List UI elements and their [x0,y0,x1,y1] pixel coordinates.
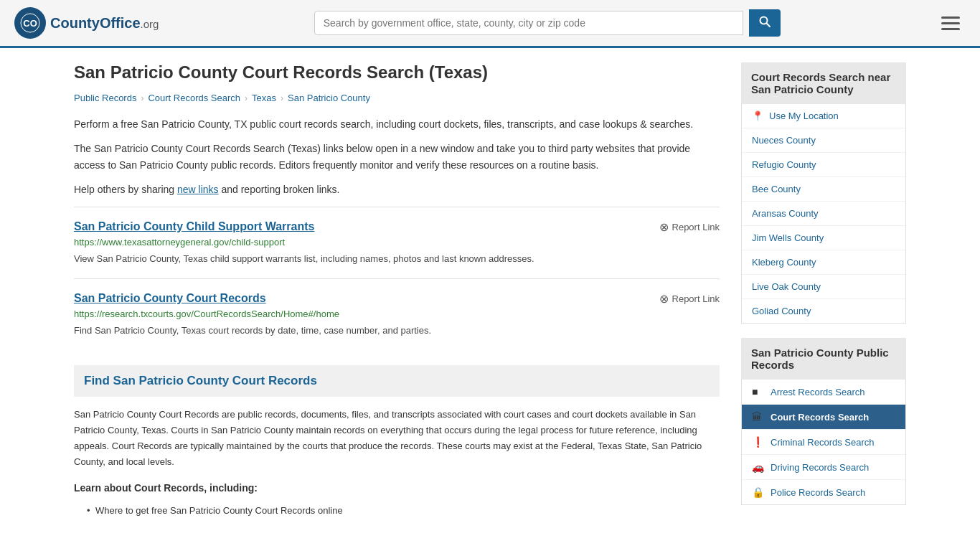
sidebar-link-live-oak[interactable]: Live Oak County [752,281,821,292]
sidebar-item-use-my-location[interactable]: 📍 Use My Location [742,104,905,128]
report-icon-2: ⊗ [659,292,669,306]
content-area: San Patricio County Court Records Search… [74,62,720,519]
svg-line-3 [766,24,770,27]
hamburger-icon [941,17,960,30]
header: CO CountyOffice.org [0,0,980,48]
sidebar-link-nueces[interactable]: Nueces County [752,135,816,146]
sidebar-link-goliad[interactable]: Goliad County [752,306,811,316]
intro-text-3: Help others by sharing new links and rep… [74,182,720,197]
intro-post: and reporting broken links. [219,184,340,195]
logo-area: CO CountyOffice.org [14,7,159,39]
arrest-icon: ■ [752,386,765,397]
page-title: San Patricio County Court Records Search… [74,62,720,83]
bullet-list: Where to get free San Patricio County Co… [74,503,720,519]
report-link-2-button[interactable]: ⊗ Report Link [659,292,720,306]
link-card-1-desc: View San Patricio County, Texas child su… [74,252,720,266]
sidebar-item-jim-wells[interactable]: Jim Wells County [742,226,905,250]
public-records-list: ■ Arrest Records Search 🏛 Court Records … [741,380,906,505]
link-card-1-url: https://www.texasattorneygeneral.gov/chi… [74,237,720,248]
breadcrumb-sep-1: › [141,93,143,103]
sidebar-link-use-my-location[interactable]: Use My Location [769,110,839,121]
sidebar-item-refugio[interactable]: Refugio County [742,153,905,177]
search-area [314,9,781,37]
pr-item-driving[interactable]: 🚗 Driving Records Search [742,455,905,480]
intro-pre: Help others by sharing [74,184,177,195]
link-card-2-url: https://research.txcourts.gov/CourtRecor… [74,309,720,319]
breadcrumb-sep-2: › [245,93,248,103]
sidebar-item-bee[interactable]: Bee County [742,177,905,202]
police-icon: 🔒 [752,486,765,498]
sidebar-link-refugio[interactable]: Refugio County [752,159,816,170]
sidebar-item-nueces[interactable]: Nueces County [742,128,905,153]
sidebar-item-aransas[interactable]: Aransas County [742,202,905,226]
bullet-item-1: Where to get free San Patricio County Co… [87,503,720,519]
svg-text:CO: CO [23,18,37,29]
search-button[interactable] [749,9,781,37]
link-card-1: San Patricio County Child Support Warran… [74,207,720,279]
pr-link-court[interactable]: Court Records Search [771,412,869,423]
report-link-2-label: Report Link [672,293,720,304]
link-card-2-title[interactable]: San Patricio County Court Records [74,292,266,305]
pr-item-arrest[interactable]: ■ Arrest Records Search [742,380,905,405]
sidebar-link-bee[interactable]: Bee County [752,184,801,194]
sidebar-item-kleberg[interactable]: Kleberg County [742,250,905,275]
section-heading: Find San Patricio County Court Records [74,365,720,397]
link-card-2-desc: Find San Patricio County, Texas court re… [74,324,720,338]
pr-item-criminal[interactable]: ❗ Criminal Records Search [742,430,905,455]
logo-text: CountyOffice.org [50,15,159,32]
pr-link-driving[interactable]: Driving Records Search [771,462,869,473]
intro-text-1: Perform a free San Patricio County, TX p… [74,116,720,132]
intro-text-2: The San Patricio County Court Records Se… [74,141,720,173]
sidebar-item-live-oak[interactable]: Live Oak County [742,275,905,299]
main-container: San Patricio County Court Records Search… [60,48,920,533]
search-input[interactable] [314,11,743,35]
report-icon-1: ⊗ [659,220,669,234]
breadcrumb-link-court-records[interactable]: Court Records Search [148,93,240,103]
learn-heading: Learn about Court Records, including: [74,480,720,497]
new-links-link[interactable]: new links [177,184,219,195]
sidebar: Court Records Search near San Patricio C… [741,62,906,519]
criminal-icon: ❗ [752,436,765,448]
pr-link-arrest[interactable]: Arrest Records Search [771,387,865,397]
pr-item-court[interactable]: 🏛 Court Records Search [742,405,905,430]
pr-link-criminal[interactable]: Criminal Records Search [771,437,875,448]
link-cards: San Patricio County Child Support Warran… [74,207,720,351]
sidebar-link-kleberg[interactable]: Kleberg County [752,257,816,268]
breadcrumb-link-texas[interactable]: Texas [252,93,276,103]
body-text: San Patricio County Court Records are pu… [74,407,720,470]
pr-link-police[interactable]: Police Records Search [771,487,865,498]
logo-icon: CO [14,7,46,39]
pr-item-police[interactable]: 🔒 Police Records Search [742,480,905,504]
menu-button[interactable] [936,14,966,33]
breadcrumb-sep-3: › [281,93,283,103]
location-icon: 📍 [752,110,763,121]
sidebar-link-jim-wells[interactable]: Jim Wells County [752,232,824,243]
breadcrumb-link-county[interactable]: San Patricio County [288,93,370,103]
driving-icon: 🚗 [752,461,765,473]
nearby-section-title: Court Records Search near San Patricio C… [741,62,906,104]
breadcrumb-link-public-records[interactable]: Public Records [74,93,136,103]
breadcrumb: Public Records › Court Records Search › … [74,93,720,103]
report-link-1-button[interactable]: ⊗ Report Link [659,220,720,234]
court-icon: 🏛 [752,411,765,423]
link-card-2: San Patricio County Court Records ⊗ Repo… [74,278,720,351]
link-card-1-title[interactable]: San Patricio County Child Support Warran… [74,220,314,233]
sidebar-link-aransas[interactable]: Aransas County [752,208,819,219]
public-records-section-title: San Patricio County Public Records [741,338,906,380]
report-link-1-label: Report Link [672,222,720,232]
sidebar-item-goliad[interactable]: Goliad County [742,299,905,323]
nearby-list: 📍 Use My Location Nueces County Refugio … [741,104,906,324]
